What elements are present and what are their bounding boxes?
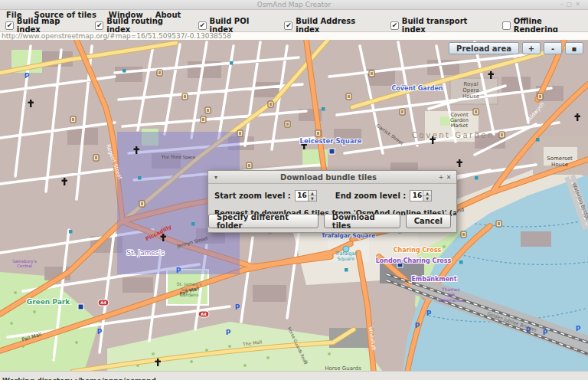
checkbox-icon[interactable]: ✔ [390,21,399,30]
spin-down-icon[interactable]: ▼ [423,196,431,201]
checkbox-icon[interactable]: ✔ [198,21,207,30]
svg-text:RIB: RIB [447,292,455,297]
checkbox-label: Build map index [17,17,86,34]
svg-text:Thames: Thames [441,287,460,292]
label-st-james: St. James's [126,249,165,257]
svg-text:Royal: Royal [463,81,478,87]
preload-area-button[interactable]: Preload area [449,42,519,54]
maximize-icon[interactable]: ▢ [567,1,576,8]
checkbox-offline-rendering[interactable]: Offline Rendering [502,17,588,34]
label-royal-opera-house: Royal Opera House [462,81,479,100]
dialog-close-icon[interactable]: ✕ [445,174,452,181]
label-leicester-square: Leicester Square [300,137,362,145]
checkbox-build-map-index[interactable]: ✔ Build map index [5,17,85,34]
label-green-park: Green Park [27,298,70,306]
svg-text:A4: A4 [201,312,207,316]
window-controls[interactable]: –▢✕ [560,0,583,9]
index-toolbar: ✔ Build map index ✔ Build routing index … [0,19,588,32]
close-icon[interactable]: ✕ [575,1,583,8]
dialog-title: Download bundle tiles [220,173,437,182]
spin-up-icon[interactable]: ▲ [309,191,316,196]
svg-text:P: P [226,329,231,336]
svg-text:P: P [426,310,432,317]
end-zoom-value[interactable]: 16 [410,191,423,201]
label-charing-cross: Charing Cross [394,247,442,254]
end-zoom-spinner[interactable]: 16 ▲ ▼ [410,190,432,201]
svg-text:P: P [235,303,240,311]
svg-text:Market: Market [451,123,469,129]
label-embankment: Embankment [411,276,456,283]
dialog-buttons: Specify different folder Download tiles … [208,214,451,228]
checkbox-label: Build routing index [106,17,188,34]
svg-text:Central: Central [17,264,32,268]
svg-text:P: P [97,328,103,336]
label-covent-garden-market: Covent Garden Market [450,112,469,129]
checkbox-label: Offline Rendering [514,17,588,34]
checkbox-label: Build transport index [402,17,492,34]
label-london-charing-cross: London Charing Cross [376,257,452,264]
cancel-button[interactable]: Cancel [406,214,451,228]
checkbox-label: Build Address index [296,17,381,34]
dialog-menu-icon[interactable]: ▾ [212,174,220,181]
minimize-icon[interactable]: – [560,1,567,8]
dialog-titlebar[interactable]: ▾ Download bundle tiles + ✕ [208,171,456,184]
checkbox-build-address-index[interactable]: ✔ Build Address index [284,17,381,34]
checkbox-icon[interactable] [502,21,511,30]
svg-text:A4: A4 [100,300,106,305]
checkbox-icon[interactable]: ✔ [284,21,292,30]
zoom-level-row: Start zoom level : 16 ▲ ▼ End zoom level… [208,184,456,201]
svg-text:Somerset: Somerset [547,156,573,162]
checkbox-label: Build POI index [210,17,275,34]
start-zoom-value[interactable]: 16 [296,191,308,201]
checkbox-build-poi-index[interactable]: ✔ Build POI index [198,17,275,34]
label-trafalgar-square: Trafalgar Square [322,232,376,239]
osmand-map-creator-window: OsmAnd Map Creator –▢✕ File Source of ti… [0,0,588,380]
status-bar: Working directory :/home/anna/osmand [0,371,588,380]
svg-text:Experience: Experience [438,297,464,303]
window-title: OsmAnd Map Creator [0,0,588,9]
svg-text:House: House [462,93,479,100]
map-url-bar: http://www.openstreetmap.org/#map=16/51.… [0,32,588,40]
download-bundle-tiles-dialog: ▾ Download bundle tiles + ✕ Start zoom l… [207,170,457,233]
spin-down-icon[interactable]: ▼ [309,196,316,201]
label-the-third-space: The Third Space [161,155,196,160]
checkbox-build-routing-index[interactable]: ✔ Build routing index [95,17,188,34]
checkbox-icon[interactable]: ✔ [5,21,14,30]
working-directory-text: Working directory :/home/anna/osmand [0,377,156,380]
label-covent-garden-station: Covent Garden [391,85,443,92]
zoom-in-button[interactable]: + [522,42,541,54]
end-zoom-label: End zoom level : [335,192,406,200]
spinner-arrows[interactable]: ▲ ▼ [423,191,431,201]
zoom-out-button[interactable]: - [544,42,562,54]
specify-different-folder-button[interactable]: Specify different folder [208,214,318,228]
label-trafalgar-square-poi: Trafalgar Square [335,251,358,262]
svg-text:P: P [576,325,581,332]
download-tiles-button[interactable]: Download tiles [324,214,400,228]
svg-text:House: House [551,162,568,168]
map-controls: Preload area + - ▪ [449,42,583,54]
window-titlebar[interactable]: OsmAnd Map Creator –▢✕ [0,0,588,10]
svg-text:P: P [543,329,548,336]
spin-up-icon[interactable]: ▲ [423,191,431,196]
start-zoom-spinner[interactable]: 16 ▲ ▼ [295,190,317,201]
dialog-maximize-icon[interactable]: + [437,174,445,181]
label-covent-garden-district: Covent Garden [412,131,495,139]
svg-text:P: P [24,72,30,80]
start-zoom-label: Start zoom level : [214,192,291,200]
checkbox-build-transport-index[interactable]: ✔ Build transport index [390,17,492,34]
svg-text:P: P [415,322,420,329]
map-url: http://www.openstreetmap.org/#map=16/51.… [0,32,588,40]
checkbox-icon[interactable]: ✔ [95,21,103,30]
svg-text:Square: Square [338,256,355,262]
svg-text:Opera: Opera [462,87,479,93]
svg-text:P: P [176,267,181,274]
spinner-arrows[interactable]: ▲ ▼ [308,191,316,201]
extra-map-button[interactable]: ▪ [565,42,583,54]
